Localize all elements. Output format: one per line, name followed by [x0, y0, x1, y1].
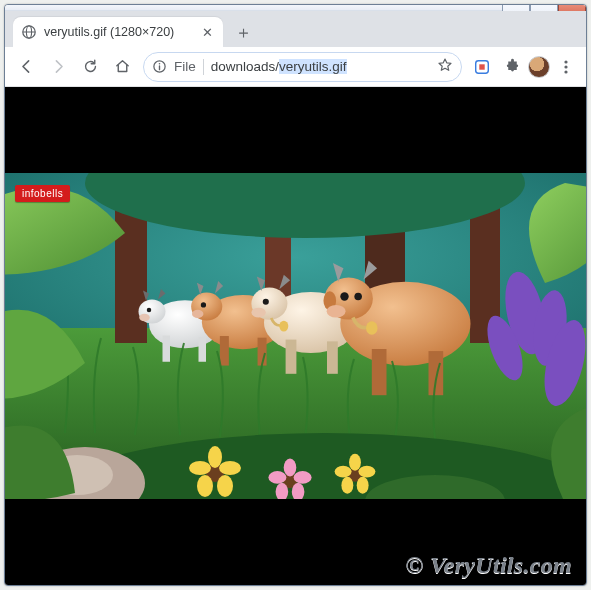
- bookmark-star-icon[interactable]: [437, 57, 453, 76]
- svg-point-37: [192, 310, 203, 318]
- omnibox-separator: [203, 59, 204, 75]
- browser-menu-button[interactable]: [552, 53, 580, 81]
- svg-point-31: [139, 314, 150, 322]
- svg-point-65: [294, 471, 312, 484]
- url-text: downloads/veryutils.gif: [211, 59, 430, 74]
- video-source-badge: infobells: [15, 185, 70, 202]
- svg-point-52: [327, 305, 346, 318]
- svg-point-61: [197, 475, 213, 497]
- browser-tab[interactable]: veryutils.gif (1280×720) ✕: [13, 17, 223, 47]
- svg-point-13: [564, 65, 567, 68]
- svg-point-43: [251, 308, 265, 318]
- svg-rect-27: [163, 336, 171, 362]
- new-tab-button[interactable]: ＋: [229, 18, 257, 46]
- svg-point-68: [268, 471, 286, 484]
- globe-icon: [21, 24, 37, 40]
- reload-button[interactable]: [75, 52, 105, 82]
- extensions-puzzle-icon[interactable]: [498, 53, 526, 81]
- svg-point-71: [358, 466, 375, 478]
- svg-point-70: [349, 454, 361, 471]
- profile-avatar[interactable]: [528, 56, 550, 78]
- browser-toolbar: File downloads/veryutils.gif: [5, 47, 586, 87]
- svg-rect-11: [479, 64, 484, 69]
- site-info-icon[interactable]: [152, 59, 167, 74]
- tab-close-button[interactable]: ✕: [199, 24, 215, 40]
- svg-point-9: [159, 63, 161, 65]
- svg-point-73: [341, 477, 353, 494]
- svg-rect-46: [372, 349, 387, 395]
- url-path-prefix: downloads/: [211, 59, 279, 74]
- address-bar[interactable]: File downloads/veryutils.gif: [143, 52, 462, 82]
- svg-rect-33: [220, 336, 229, 366]
- svg-point-12: [564, 60, 567, 63]
- tab-strip: veryutils.gif (1280×720) ✕ ＋: [5, 11, 586, 47]
- svg-point-62: [189, 461, 211, 475]
- svg-point-74: [335, 466, 352, 478]
- page-content: infobells: [5, 87, 586, 585]
- svg-point-14: [564, 70, 567, 73]
- back-button[interactable]: [11, 52, 41, 82]
- svg-point-58: [208, 446, 222, 468]
- svg-point-64: [284, 459, 297, 477]
- forward-button[interactable]: [43, 52, 73, 82]
- extension-icon[interactable]: [468, 53, 496, 81]
- svg-rect-28: [199, 337, 207, 362]
- svg-point-30: [147, 308, 152, 313]
- svg-point-59: [219, 461, 241, 475]
- svg-point-51: [354, 293, 362, 301]
- browser-window: veryutils.gif (1280×720) ✕ ＋ File downlo…: [4, 4, 587, 586]
- home-button[interactable]: [107, 52, 137, 82]
- svg-point-50: [340, 292, 348, 300]
- svg-point-53: [366, 321, 378, 335]
- svg-point-44: [279, 321, 288, 332]
- svg-point-72: [357, 477, 369, 494]
- watermark-text: © VeryUtils.com: [406, 552, 572, 579]
- tab-title: veryutils.gif (1280×720): [44, 25, 192, 39]
- svg-point-60: [217, 475, 233, 497]
- url-path-selected: veryutils.gif: [279, 59, 347, 74]
- svg-point-36: [201, 302, 206, 307]
- svg-point-42: [263, 299, 269, 305]
- scheme-label: File: [174, 59, 196, 74]
- image-viewport[interactable]: infobells: [5, 173, 586, 499]
- svg-rect-40: [327, 341, 338, 373]
- svg-rect-47: [429, 351, 444, 395]
- svg-rect-39: [286, 340, 297, 374]
